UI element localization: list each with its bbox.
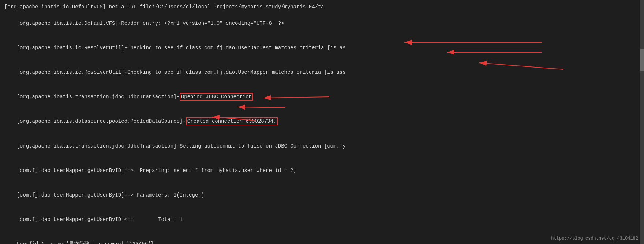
log-line-4: [org.apache.ibatis.transaction.jdbc.Jdbc…: [4, 85, 640, 109]
log-line-2: [org.apache.ibatis.io.ResolverUtil]-Chec…: [4, 36, 640, 60]
log-text-2: [org.apache.ibatis.io.ResolverUtil]-Chec…: [17, 45, 346, 51]
log-text-7: [com.fj.dao.UserMapper.getUserByID]==> P…: [17, 168, 297, 174]
log-text-4-prefix: [org.apache.ibatis.transaction.jdbc.Jdbc…: [17, 94, 180, 100]
log-line-top: [org.apache.ibatis.io.DefaultVFS]-net a …: [4, 3, 640, 11]
log-text-5-boxed: Created connection 630028734.: [186, 117, 278, 125]
log-line-7: [com.fj.dao.UserMapper.getUserByID]==> P…: [4, 158, 640, 183]
log-text-10: User{id=1, name='果冻奶酪', password='123456…: [17, 241, 154, 244]
log-text-4-boxed: Opening JDBC Connection: [180, 93, 253, 101]
log-line-10: User{id=1, name='果冻奶酪', password='123456…: [4, 232, 640, 244]
log-text-5-prefix: [org.apache.ibatis.datasource.pooled.Poo…: [17, 118, 186, 124]
watermark: https://blog.csdn.net/qq_43104182: [551, 236, 638, 241]
log-text-6: [org.apache.ibatis.transaction.jdbc.Jdbc…: [17, 143, 346, 149]
log-text-9: [com.fj.dao.UserMapper.getUserByID]<== T…: [17, 217, 183, 222]
log-line-1: [org.apache.ibatis.io.DefaultVFS]-Reader…: [4, 11, 640, 35]
log-text-3: [org.apache.ibatis.io.ResolverUtil]-Chec…: [17, 69, 346, 75]
scrollbar[interactable]: [640, 0, 644, 244]
log-line-3: [org.apache.ibatis.io.ResolverUtil]-Chec…: [4, 60, 640, 85]
log-text-8: [com.fj.dao.UserMapper.getUserByID]==> P…: [17, 192, 204, 198]
log-text-1: [org.apache.ibatis.io.DefaultVFS]-Reader…: [17, 20, 284, 26]
log-line-6: [org.apache.ibatis.transaction.jdbc.Jdbc…: [4, 134, 640, 158]
log-line-8: [com.fj.dao.UserMapper.getUserByID]==> P…: [4, 183, 640, 207]
log-line-5: [org.apache.ibatis.datasource.pooled.Poo…: [4, 109, 640, 134]
scrollbar-thumb[interactable]: [640, 49, 644, 71]
log-line-9: [com.fj.dao.UserMapper.getUserByID]<== T…: [4, 207, 640, 232]
console-output: [org.apache.ibatis.io.DefaultVFS]-net a …: [0, 0, 644, 244]
